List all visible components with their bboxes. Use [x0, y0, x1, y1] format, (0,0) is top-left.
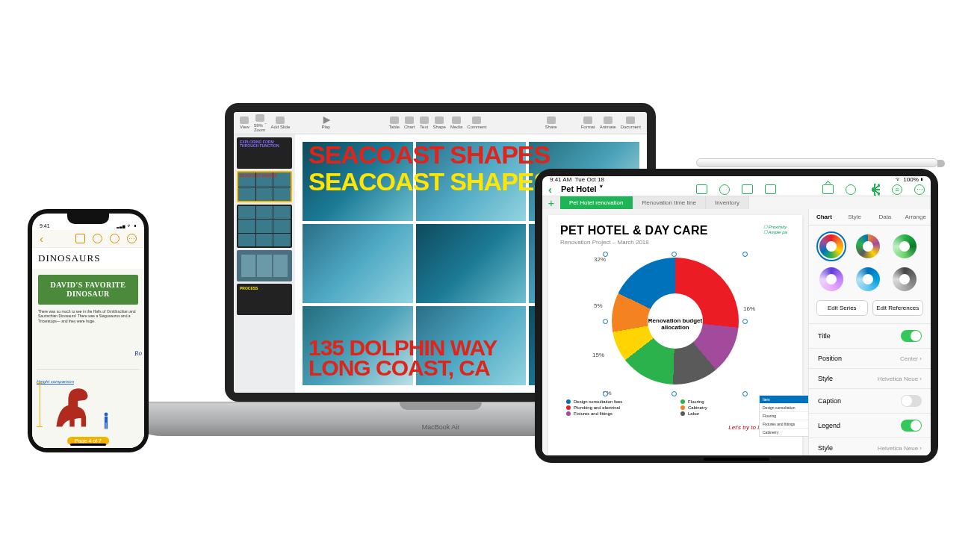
sheet-subtitle: Renovation Project – March 2018	[560, 239, 790, 246]
edit-series-button[interactable]: Edit Series	[816, 300, 868, 316]
svg-rect-1	[105, 417, 108, 423]
body-text: There was so much to see in the Halls of…	[38, 309, 138, 323]
text-tool[interactable]: Text	[420, 116, 429, 129]
color-style-2[interactable]	[856, 234, 880, 258]
color-style-1[interactable]	[819, 234, 843, 258]
color-style-5[interactable]	[856, 267, 880, 291]
format-tab-data[interactable]: Data	[870, 209, 901, 225]
style-row-2[interactable]: Style Helvetica Neue ›	[809, 438, 931, 455]
position-row[interactable]: Position Center ›	[809, 348, 931, 368]
format-tool[interactable]: Format	[581, 116, 595, 129]
page-title: DINOSAURS	[32, 248, 144, 269]
pages-canvas[interactable]: DAVID'S FAVORITEDINOSAUR There was so mu…	[32, 269, 144, 448]
section-card: DAVID'S FAVORITEDINOSAUR	[38, 275, 138, 305]
color-style-6[interactable]	[893, 267, 917, 291]
handwriting: Ro	[134, 349, 143, 358]
handwritten-checklist: Proximity Ample pa	[763, 224, 805, 234]
sheet-content: PET HOTEL & DAY CARE Renovation Project …	[548, 215, 802, 455]
tab-timeline[interactable]: Renovation time line	[633, 196, 706, 209]
table-icon[interactable]	[696, 184, 707, 194]
filter-icon[interactable]: ≡	[892, 184, 902, 195]
caption-switch[interactable]	[901, 395, 922, 407]
numbers-toolbar: ‹ Pet Hotel ˅ ≡ ⋯	[542, 183, 931, 196]
doc-title[interactable]: Pet Hotel ˅	[561, 184, 604, 194]
share-tool[interactable]: Share	[545, 116, 557, 129]
color-style-3[interactable]	[893, 234, 917, 258]
donut-chart[interactable]: Renovation budget allocation 32% 16% 5% …	[597, 253, 754, 395]
back-button[interactable]: ‹	[548, 183, 552, 196]
edit-references-button[interactable]: Edit References	[872, 300, 924, 316]
insert-icon[interactable]	[846, 184, 856, 195]
svg-point-0	[105, 412, 108, 416]
chart-center-label: Renovation budget allocation	[597, 253, 754, 395]
slide-thumb-4[interactable]	[237, 250, 292, 281]
more-icon[interactable]: ⋯	[127, 234, 137, 243]
table-tool[interactable]: Table	[389, 116, 400, 129]
legend-switch[interactable]	[901, 420, 922, 432]
ipad-status-bar: 9:41 AM Tue Oct 18 ᯤ 100% ▮	[542, 176, 931, 183]
zoom-tool[interactable]: 59% ˅Zoom	[254, 114, 267, 132]
home-indicator[interactable]	[70, 443, 106, 446]
more-icon[interactable]: ⋯	[914, 184, 925, 195]
apple-pencil	[696, 158, 938, 167]
task-table[interactable]: Item Design consultation Flooring Fixtur…	[759, 395, 808, 437]
headline-1: SEACOAST SHAPES	[308, 143, 550, 166]
text-icon[interactable]	[742, 184, 753, 194]
ipad-device: 9:41 AM Tue Oct 18 ᯤ 100% ▮ ‹ Pet Hotel …	[535, 169, 938, 463]
iphone-notch	[67, 214, 109, 224]
style-row-1[interactable]: Style Helvetica Neue ›	[809, 368, 931, 388]
back-button[interactable]: ‹	[40, 232, 43, 245]
shape-tool[interactable]: Shape	[433, 116, 446, 129]
iphone-screen: 9:41▂▃▅ ᯤ ▮ ‹ ⋯ DINOSAURS DAVID'S FAVORI…	[32, 214, 144, 448]
ipad-screen: 9:41 AM Tue Oct 18 ᯤ 100% ▮ ‹ Pet Hotel …	[542, 176, 931, 455]
animate-tool[interactable]: Animate	[600, 116, 616, 129]
title-row[interactable]: Title	[809, 323, 931, 348]
ipad-main: PET HOTEL & DAY CARE Renovation Project …	[542, 209, 931, 455]
format-tab-style[interactable]: Style	[840, 209, 870, 225]
tab-inventory[interactable]: Inventory	[706, 196, 749, 209]
caption-row[interactable]: Caption	[809, 388, 931, 413]
slide-thumb-3[interactable]	[237, 205, 292, 248]
person-icon	[101, 412, 111, 430]
share-icon[interactable]	[822, 184, 834, 194]
chart-tool[interactable]: Chart	[404, 116, 415, 129]
document-tool[interactable]: Document	[621, 116, 641, 129]
iphone-device: 9:41▂▃▅ ᯤ ▮ ‹ ⋯ DINOSAURS DAVID'S FAVORI…	[28, 209, 149, 452]
undo-icon[interactable]	[93, 234, 102, 243]
format-icon[interactable]	[110, 234, 120, 243]
device-label: MacBook Air	[422, 423, 460, 431]
format-tabs: Chart Style Data Arrange	[809, 209, 931, 225]
svg-rect-3	[106, 423, 108, 429]
keynote-toolbar: View 59% ˅Zoom Add Slide Play Table Char…	[234, 112, 647, 134]
add-sheet-button[interactable]: +	[542, 196, 560, 209]
pages-toolbar: ‹ ⋯	[32, 230, 144, 248]
format-tab-chart[interactable]: Chart	[809, 209, 840, 225]
view-tool[interactable]: View	[240, 116, 249, 129]
format-icon[interactable]	[868, 184, 880, 196]
headline-2: SEACOAST SHAPES	[308, 170, 550, 193]
format-tab-arrange[interactable]: Arrange	[900, 209, 931, 225]
height-comparison: Height comparison 85 feet 4 feet (me)	[37, 369, 140, 435]
slide-thumb-2[interactable]: SEACOAST SHAPES	[237, 171, 292, 202]
title-switch[interactable]	[901, 330, 922, 342]
svg-rect-2	[105, 423, 106, 429]
comment-tool[interactable]: Comment	[467, 116, 486, 129]
add-slide-tool[interactable]: Add Slide	[271, 116, 291, 129]
sheet-canvas[interactable]: PET HOTEL & DAY CARE Renovation Project …	[542, 209, 808, 455]
legend-row[interactable]: Legend	[809, 413, 931, 438]
color-style-4[interactable]	[819, 267, 843, 291]
share-icon[interactable]	[75, 234, 85, 243]
sheet-title: PET HOTEL & DAY CARE	[560, 224, 790, 237]
slide-navigator[interactable]: EXPLORING FORM THROUGH FUNCTION SEACOAST…	[234, 134, 295, 393]
tab-renovation[interactable]: Pet Hotel renovation	[560, 196, 633, 209]
slide-thumb-1[interactable]: EXPLORING FORM THROUGH FUNCTION	[237, 137, 292, 169]
media-icon[interactable]	[765, 184, 776, 194]
headline-bottom: 135 DOLPHIN WAYLONG COAST, CA	[308, 337, 497, 378]
sheet-tabs: + Pet Hotel renovation Renovation time l…	[542, 196, 931, 209]
play-tool[interactable]: Play	[321, 116, 330, 129]
media-tool[interactable]: Media	[450, 116, 462, 129]
chart-color-styles	[809, 225, 931, 300]
chart-icon[interactable]	[719, 184, 730, 195]
format-panel: Chart Style Data Arrange Edit Series Edi…	[808, 209, 931, 455]
slide-thumb-5[interactable]: PROCESS	[237, 284, 292, 315]
